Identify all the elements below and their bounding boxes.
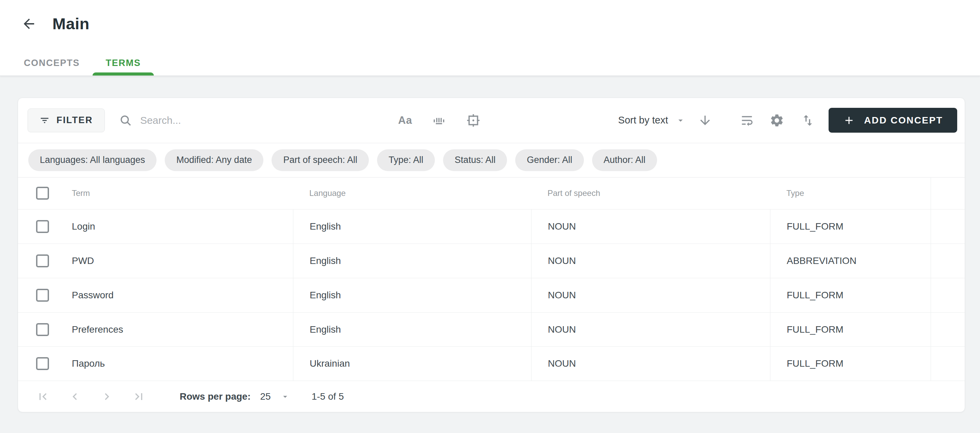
- cell-language: English: [293, 244, 531, 278]
- table-row[interactable]: Пароль Ukrainian NOUN FULL_FORM: [18, 347, 965, 381]
- cell-language: English: [293, 278, 531, 312]
- title-row: Main: [0, 0, 980, 33]
- cell-type: ABBREVIATION: [770, 244, 931, 278]
- rows-per-page-select[interactable]: 25: [260, 391, 290, 402]
- term-text: Preferences: [72, 324, 123, 335]
- row-checkbox[interactable]: [36, 323, 49, 336]
- rows-per-page-label: Rows per page:: [180, 391, 250, 402]
- chevron-down-icon: [280, 392, 290, 401]
- cell-term: Пароль: [18, 347, 293, 381]
- center-focus-icon[interactable]: [466, 113, 481, 128]
- cell-spacer: [931, 347, 965, 381]
- table-row[interactable]: PWD English NOUN ABBREVIATION: [18, 244, 965, 278]
- add-concept-button[interactable]: ADD CONCEPT: [829, 108, 957, 133]
- select-all-checkbox[interactable]: [36, 187, 49, 200]
- chip-modified[interactable]: Modified: Any date: [165, 149, 263, 171]
- cell-part-of-speech: NOUN: [531, 278, 770, 312]
- chip-languages[interactable]: Languages: All languages: [28, 149, 156, 171]
- cell-spacer: [931, 278, 965, 312]
- topbar: Main CONCEPTS TERMS: [0, 0, 980, 76]
- cell-language: Ukrainian: [293, 347, 531, 381]
- cell-part-of-speech: NOUN: [531, 312, 770, 347]
- cell-type: FULL_FORM: [770, 347, 931, 381]
- cell-spacer: [931, 312, 965, 347]
- filter-icon: [40, 115, 50, 125]
- row-checkbox[interactable]: [36, 254, 49, 267]
- chevron-down-icon: [675, 115, 686, 125]
- cell-part-of-speech: NOUN: [531, 244, 770, 278]
- cell-spacer: [931, 244, 965, 278]
- cell-spacer: [931, 209, 965, 244]
- tabs: CONCEPTS TERMS: [11, 50, 154, 76]
- prev-page-icon[interactable]: [68, 390, 82, 403]
- cell-language: English: [293, 312, 531, 347]
- table-row[interactable]: Password English NOUN FULL_FORM: [18, 278, 965, 312]
- chip-author[interactable]: Author: All: [592, 149, 657, 171]
- page-title: Main: [52, 14, 89, 33]
- tab-concepts[interactable]: CONCEPTS: [11, 50, 92, 76]
- swap-vertical-icon[interactable]: [801, 113, 815, 128]
- cell-term: Preferences: [18, 312, 293, 347]
- cell-term: Login: [18, 209, 293, 244]
- last-page-icon[interactable]: [132, 390, 146, 403]
- table-row[interactable]: Login English NOUN FULL_FORM: [18, 209, 965, 244]
- sort-select-value: Sort by text: [618, 115, 668, 126]
- row-checkbox[interactable]: [36, 289, 49, 302]
- search-box: [119, 114, 398, 127]
- wrap-text-icon[interactable]: [740, 113, 754, 128]
- row-checkbox[interactable]: [36, 220, 49, 233]
- sort-direction-down-icon[interactable]: [698, 113, 712, 128]
- next-page-icon[interactable]: [100, 390, 114, 403]
- term-text: Password: [72, 290, 114, 301]
- cell-type: FULL_FORM: [770, 278, 931, 312]
- cell-part-of-speech: NOUN: [531, 209, 770, 244]
- column-header-type: Type: [770, 178, 931, 209]
- tab-terms[interactable]: TERMS: [92, 50, 154, 76]
- table-header: Term Language Part of speech Type: [18, 178, 965, 210]
- terms-panel: FILTER Aa: [18, 98, 965, 412]
- search-input[interactable]: [140, 115, 398, 126]
- term-text: PWD: [72, 255, 94, 266]
- chip-part-of-speech[interactable]: Part of speech: All: [272, 149, 369, 171]
- sort-and-actions: Sort by text ADD CONCEPT: [618, 108, 957, 133]
- cell-language: English: [293, 209, 531, 244]
- arrow-left-icon: [21, 16, 37, 32]
- cell-term: Password: [18, 278, 293, 312]
- pagination: Rows per page: 25 1-5 of 5: [18, 381, 965, 412]
- back-button[interactable]: [21, 16, 37, 32]
- chip-gender[interactable]: Gender: All: [515, 149, 584, 171]
- cell-type: FULL_FORM: [770, 209, 931, 244]
- table-row[interactable]: Preferences English NOUN FULL_FORM: [18, 312, 965, 347]
- cell-part-of-speech: NOUN: [531, 347, 770, 381]
- column-header-language: Language: [293, 178, 531, 209]
- pagination-range-label: 1-5 of 5: [312, 391, 344, 402]
- filter-button[interactable]: FILTER: [27, 108, 105, 132]
- row-checkbox[interactable]: [36, 357, 49, 370]
- match-case-icon[interactable]: Aa: [398, 114, 412, 127]
- cell-term: PWD: [18, 244, 293, 278]
- barcode-icon[interactable]: [431, 113, 447, 128]
- search-options: Aa: [398, 113, 481, 128]
- filter-button-label: FILTER: [56, 115, 93, 125]
- term-text: Пароль: [72, 358, 105, 369]
- filter-chips-row: Languages: All languages Modified: Any d…: [18, 143, 965, 178]
- term-text: Login: [72, 221, 95, 232]
- sort-select[interactable]: Sort by text: [618, 115, 686, 126]
- cell-type: FULL_FORM: [770, 312, 931, 347]
- add-concept-button-label: ADD CONCEPT: [864, 115, 943, 126]
- column-header-term: Term: [72, 189, 90, 198]
- plus-icon: [843, 114, 855, 127]
- rows-per-page-value: 25: [260, 391, 270, 402]
- header-cell-term: Term: [18, 178, 293, 209]
- toolbar: FILTER Aa: [18, 98, 965, 143]
- chip-type[interactable]: Type: All: [377, 149, 435, 171]
- column-header-spacer: [931, 178, 965, 209]
- column-header-part-of-speech: Part of speech: [531, 178, 770, 209]
- search-icon: [119, 114, 132, 127]
- first-page-icon[interactable]: [36, 390, 50, 403]
- settings-gear-icon[interactable]: [769, 113, 784, 128]
- chip-status[interactable]: Status: All: [443, 149, 507, 171]
